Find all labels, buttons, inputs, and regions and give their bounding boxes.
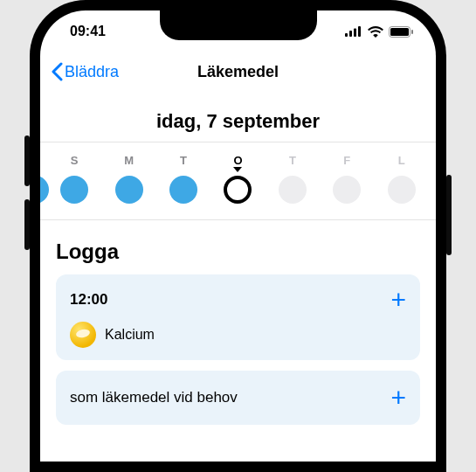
today-marker-icon — [233, 167, 242, 172]
back-label: Bläddra — [65, 63, 119, 81]
day-letter: T — [180, 153, 187, 167]
week-strip[interactable]: SMTOTFL — [40, 142, 436, 220]
day-cell[interactable]: S — [53, 153, 95, 204]
svg-rect-3 — [358, 26, 361, 37]
day-dot — [388, 176, 416, 204]
screen: 09:41 Bläddra Läkemedel idag, 7 septembe… — [40, 10, 436, 462]
add-icon[interactable]: + — [390, 385, 406, 411]
log-section: Logga 12:00 + Kalcium som läkemedel vid … — [40, 220, 436, 425]
date-header: idag, 7 september — [40, 91, 436, 142]
day-dot — [279, 176, 307, 204]
svg-rect-6 — [411, 30, 413, 34]
day-dot — [169, 176, 197, 204]
content: idag, 7 september SMTOTFL Logga 12:00 + … — [40, 91, 436, 425]
cellular-icon — [345, 26, 362, 37]
as-needed-card[interactable]: som läkemedel vid behov + — [56, 371, 420, 425]
phone-frame: 09:41 Bläddra Läkemedel idag, 7 septembe… — [30, 0, 446, 472]
day-cell[interactable]: M — [108, 153, 150, 204]
add-icon[interactable]: + — [390, 287, 406, 313]
log-entry-time: 12:00 — [70, 291, 107, 309]
svg-rect-2 — [354, 29, 356, 38]
notch — [160, 10, 317, 40]
medication-name: Kalcium — [105, 327, 155, 343]
day-cell[interactable]: O — [217, 153, 259, 204]
nav-bar: Bläddra Läkemedel — [40, 52, 436, 91]
power-button[interactable] — [446, 175, 452, 255]
log-entry-card[interactable]: 12:00 + Kalcium — [56, 274, 420, 360]
day-dot — [224, 176, 252, 204]
svg-rect-0 — [345, 33, 348, 37]
day-dot — [60, 176, 88, 204]
day-cell[interactable]: T — [272, 153, 314, 204]
day-letter: M — [124, 153, 134, 167]
svg-rect-1 — [349, 31, 352, 37]
day-dot — [115, 176, 143, 204]
day-letter: S — [71, 153, 79, 167]
pill-icon — [70, 322, 96, 348]
day-letter: L — [398, 153, 405, 167]
day-letter: O — [233, 153, 242, 167]
page-title: Läkemedel — [197, 63, 279, 81]
day-dot — [333, 176, 361, 204]
battery-icon — [389, 26, 413, 38]
medication-row[interactable]: Kalcium — [70, 322, 406, 348]
log-title: Logga — [56, 239, 420, 264]
back-button[interactable]: Bläddra — [51, 62, 119, 81]
chevron-left-icon — [51, 62, 63, 81]
wifi-icon — [368, 26, 383, 38]
day-cell[interactable]: L — [381, 153, 423, 204]
day-cell[interactable]: T — [162, 153, 204, 204]
day-letter: T — [289, 153, 296, 167]
status-time: 09:41 — [70, 24, 106, 39]
svg-rect-5 — [390, 28, 409, 36]
day-cell[interactable]: F — [326, 153, 368, 204]
status-icons — [345, 26, 413, 38]
day-letter: F — [343, 153, 350, 167]
log-entry-header: 12:00 + — [70, 287, 406, 313]
as-needed-label: som läkemedel vid behov — [70, 389, 238, 406]
